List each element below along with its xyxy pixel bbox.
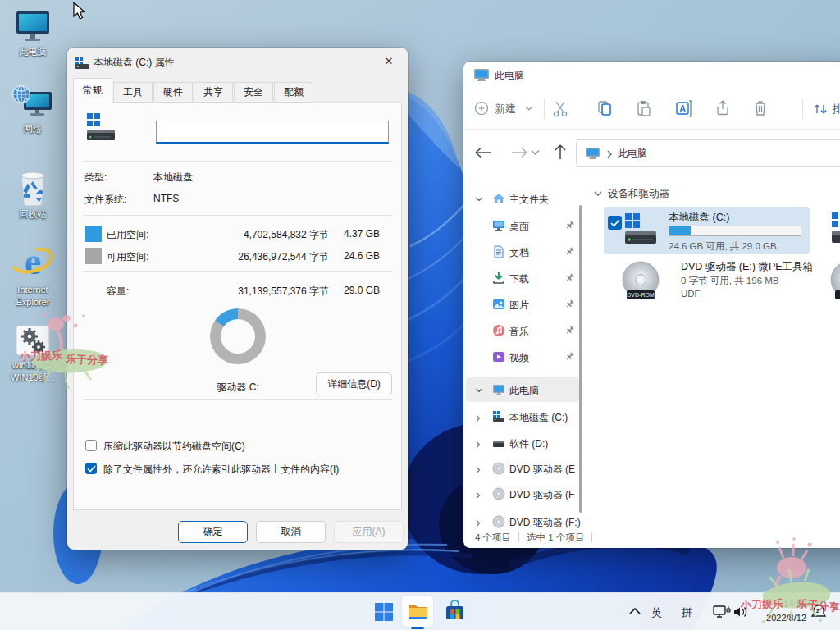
volume-tray-icon[interactable] [733,605,749,619]
free-space-label: 可用空间: [107,250,148,264]
dialog-title: 本地磁盘 (C:) 属性 [94,56,175,70]
volume-label-input[interactable] [156,121,389,144]
tab-general[interactable]: 常规 [73,78,112,103]
filesystem-value: NTFS [153,193,179,204]
sidebar-item-desktop[interactable]: 桌面 [466,213,579,238]
desktop-icon-recycle-bin[interactable]: 回收站 [1,167,65,221]
details-button[interactable]: 详细信息(D) [316,372,392,395]
gears-window-icon [13,323,52,359]
chevron-down-icon[interactable] [475,196,483,203]
pin-icon [565,273,574,282]
doc-icon [492,245,505,258]
sidebar-item-home[interactable]: 主文件夹 [466,186,579,211]
dvd-e-item[interactable]: DVD-ROM DVD 驱动器 (E:) 微PE工具箱 0 字节 可用, 共 1… [604,258,817,306]
breadcrumb-chevron-icon [606,150,613,158]
copy-button[interactable] [596,95,613,125]
dvd-disc-icon: DVD-ROM [622,261,660,302]
explorer-content: 主文件夹桌面文档下载图片音乐视频此电脑本地磁盘 (C:)软件 (D:)DVD 驱… [463,176,840,528]
close-icon[interactable]: ✕ [377,51,401,72]
explorer-main: 设备和驱动器 本地磁盘 (C:) 24.6 GB 可用, 共 29.0 GB [591,176,840,528]
drive-c-capacity-bar [669,226,801,236]
cut-button[interactable] [552,95,568,125]
used-space-swatch [85,226,102,242]
chevron-right-icon[interactable] [475,441,482,449]
desktop-icon-this-pc[interactable]: 此电脑 [1,10,65,58]
desktop-icon-win11-restore[interactable]: win11恢复WIN10经... [1,323,65,384]
desktop-icon-internet-explorer[interactable]: e InternetExplorer [1,240,65,308]
tray-clock[interactable]: 14:55 2022/8/12 [766,597,806,625]
svg-text:新建: 新建 [495,103,516,115]
ime-mode-indicator[interactable]: 拼 [682,605,692,620]
sidebar-item-dvd-f[interactable]: DVD 驱动器 (F [466,482,579,506]
free-bytes: 26,436,972,544 字节 [238,250,329,264]
chevron-right-icon[interactable] [475,491,482,500]
tab-quota[interactable]: 配额 [274,82,313,103]
home-icon [492,192,505,205]
cancel-button[interactable]: 取消 [256,521,326,543]
drive-d-icon-partial[interactable] [832,212,840,247]
sidebar-item-dvd-e[interactable]: DVD 驱动器 (E [466,456,579,481]
svg-text:DVD-ROM: DVD-ROM [627,292,655,298]
delete-button[interactable] [752,95,769,125]
nav-arrows[interactable] [474,142,568,163]
drive-icon [492,436,505,450]
mouse-cursor [72,2,89,21]
chevron-down-icon[interactable] [475,387,483,394]
sidebar-scrollbar[interactable] [579,205,582,513]
sort-button[interactable]: 排序 [811,95,840,125]
dvd-e-info: 0 字节 可用, 共 196 MB [681,275,779,287]
dialog-titlebar: 本地磁盘 (C:) 属性 ✕ [67,48,408,77]
paste-button[interactable] [636,95,652,125]
sidebar-item-documents[interactable]: 文档 [466,240,579,264]
explorer-navbar: 此电脑 [463,130,840,176]
apply-button[interactable]: 应用(A) [334,521,404,543]
drive-large-icon [87,113,116,144]
index-label: 除了文件属性外，还允许索引此驱动器上文件的内容(I) [103,463,339,477]
rename-button[interactable]: A [675,95,693,125]
drive-caption: 驱动器 C: [189,381,287,395]
this-pc-icon [14,10,52,44]
sidebar-item-label: 下载 [509,272,529,286]
sidebar-item-drive-c[interactable]: 本地磁盘 (C:) [466,404,579,429]
tab-tools[interactable]: 工具 [113,82,153,103]
chevron-right-icon[interactable] [475,466,482,474]
tray-expand-chevron-icon[interactable] [628,606,641,616]
pin-icon [565,326,574,335]
videos-icon [492,350,505,363]
notification-bell-icon[interactable]: z [810,604,827,620]
drive-c-capacity-fill [669,226,691,235]
pin-icon [565,247,574,256]
chevron-right-icon[interactable] [475,519,482,527]
index-checkbox[interactable] [85,463,97,474]
tab-sharing[interactable]: 共享 [194,82,233,103]
file-explorer-icon[interactable] [407,600,429,622]
network-tray-icon[interactable] [713,605,731,619]
ime-lang-indicator[interactable]: 英 [651,605,662,620]
compress-checkbox[interactable] [85,440,97,451]
sidebar-item-downloads[interactable]: 下载 [466,266,579,290]
pictures-icon [492,298,505,311]
sidebar-item-this-pc[interactable]: 此电脑 [466,377,579,402]
sidebar-item-music[interactable]: 音乐 [466,318,579,343]
chevron-right-icon[interactable] [475,414,482,422]
sidebar-item-videos[interactable]: 视频 [466,345,579,369]
tab-hardware[interactable]: 硬件 [153,82,193,103]
sidebar-item-pictures[interactable]: 图片 [466,292,579,317]
sidebar-item-drive-d[interactable]: 软件 (D:) [466,431,579,455]
new-button[interactable]: 新建 [473,95,536,125]
tab-security[interactable]: 安全 [234,82,273,103]
tray-date: 2022/8/12 [766,611,806,625]
ok-button[interactable]: 确定 [178,521,248,543]
selected-checkbox[interactable] [608,216,622,230]
section-devices-drives[interactable]: 设备和驱动器 [593,187,669,201]
start-button[interactable] [374,602,394,622]
internet-explorer-icon: e [11,240,54,284]
type-value: 本地磁盘 [153,171,193,185]
address-bar[interactable]: 此电脑 [576,139,840,167]
drive-c-tile[interactable]: 本地磁盘 (C:) 24.6 GB 可用, 共 29.0 GB [604,207,810,254]
sidebar-item-dvd-f2[interactable]: DVD 驱动器 (F:) [466,509,579,528]
microsoft-store-icon[interactable] [444,600,466,622]
desktop-icon-network[interactable]: 网络 [1,85,65,135]
dvd-f-icon-partial[interactable] [830,261,840,302]
share-button[interactable] [714,95,731,125]
